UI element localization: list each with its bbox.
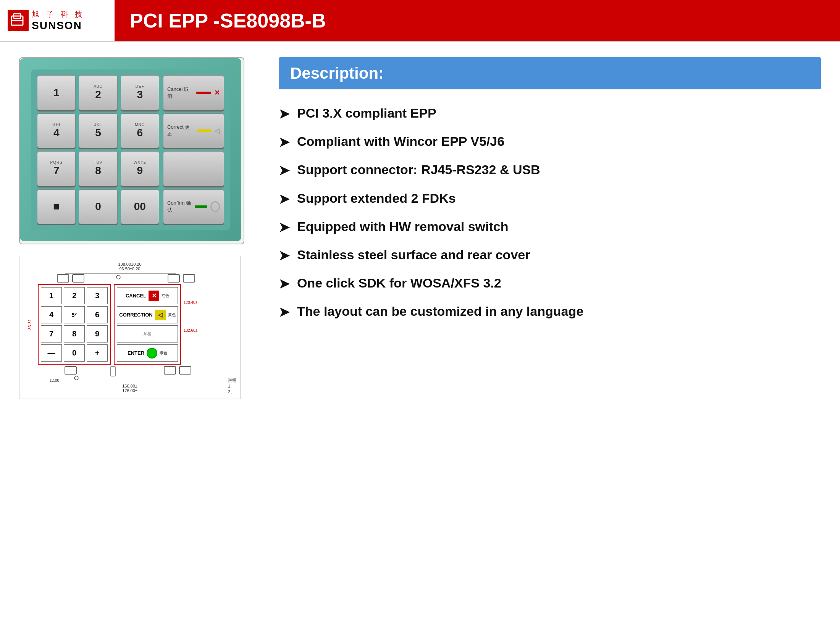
svg-point-13 [74,376,78,380]
td-key-9: 9 [87,325,108,342]
confirm-bar [195,205,208,208]
correct-arrow-icon: ◁ [215,126,220,135]
key-00[interactable]: 00 [121,189,159,225]
features-list: ➤ PCI 3.X compliant EPP ➤ Compliant with… [279,105,821,321]
feature-text-6: Stainless steel surface and rear cover [297,246,530,263]
td-key-plus: + [87,344,108,362]
feature-text-7: One click SDK for WOSA/XFS 3.2 [297,275,501,291]
feature-text-2: Compliant with Wincor EPP V5/J6 [297,133,504,150]
td-key-6: 6 [87,306,108,323]
td-enter-circle-icon [147,348,157,359]
correct-bar [197,129,212,132]
confirm-key[interactable]: Confirm 确认 [163,189,224,225]
page-header: 旭 子 科 技 SUNSON PCI EPP -SE8098B-B [0,0,840,42]
feature-text-5: Equipped with HW removal switch [297,218,509,235]
td-cancel-cell: CANCEL ✕ 红色 [117,287,178,304]
td-key-1: 1 [41,287,62,304]
feature-arrow-2: ➤ [279,134,289,150]
right-column: Description: ➤ PCI 3.X compliant EPP ➤ C… [256,57,821,615]
svg-rect-5 [168,275,179,282]
svg-rect-9 [65,367,76,374]
product-photo: 1 ABC 2 DEF 3 GHI 4 [19,57,244,244]
svg-rect-6 [183,275,195,282]
feature-item-1: ➤ PCI 3.X compliant EPP [279,105,821,122]
feature-arrow-8: ➤ [279,304,289,320]
left-dim: 83.31 [25,284,35,365]
logo-son: SON [57,19,82,31]
logo-area: 旭 子 科 技 SUNSON [0,5,115,36]
right-dim-1: 120.40± [184,300,197,305]
td-key-3: 3 [87,287,108,304]
correct-key[interactable]: Correct 更正 ◁ [163,113,224,149]
notes-area: 说明 1、 2、 [228,378,236,395]
td-key-dash: — [41,344,62,362]
dim-top-1: 138.00±0.20 96.50±0.20 [25,262,234,271]
logo-chinese: 旭 子 科 技 [32,9,85,19]
feature-arrow-7: ➤ [279,275,289,292]
key-5[interactable]: JKL 5 [79,113,117,149]
td-correct-arrow-icon: ◁ [155,310,166,320]
key-dot[interactable]: ■ [37,189,76,225]
td-enter-cell: ENTER 绿色 [117,344,178,362]
keypad-numeric-section: 1 ABC 2 DEF 3 GHI 4 [37,75,159,224]
right-dim-2: 132.60± [184,328,197,333]
feature-item-4: ➤ Support extended 2 FDKs [279,190,821,207]
logo-text: 旭 子 科 技 SUNSON [32,9,85,32]
drawing-body: 83.31 1 2 3 4 5° 6 7 8 9 — 0 [25,284,234,365]
key-9[interactable]: WXYZ 9 [121,151,159,186]
feature-text-3: Support connector: RJ45-RS232 & USB [297,161,540,178]
tech-drawing: 138.00±0.20 96.50±0.20 [19,256,241,399]
page-title: PCI EPP -SE8098B-B [130,9,326,32]
key-7[interactable]: PQRS 7 [37,151,76,186]
feature-item-7: ➤ One click SDK for WOSA/XFS 3.2 [279,275,821,292]
feature-arrow-4: ➤ [279,191,289,207]
confirm-circle-icon [210,201,220,212]
feature-arrow-5: ➤ [279,219,289,236]
feature-text-4: Support extended 2 FDKs [297,190,456,207]
logo-sun: SUN [32,19,57,31]
svg-rect-12 [179,367,191,374]
mounting-tabs-bottom: 12.00 [25,365,234,384]
feature-text-8: The layout can be customized in any lang… [297,303,583,320]
logo-box: 旭 子 科 技 SUNSON [8,9,85,32]
cancel-bar [196,92,211,94]
key-8[interactable]: TUV 8 [79,151,117,186]
title-area: PCI EPP -SE8098B-B [115,0,840,41]
td-key-8: 8 [64,325,85,342]
empty-key [163,151,224,186]
svg-point-8 [116,275,120,279]
key-2[interactable]: ABC 2 [79,75,117,110]
td-key-5: 5° [64,306,85,323]
key-0[interactable]: 0 [79,189,117,225]
td-cancel-x-icon: ✕ [149,291,159,301]
td-correction-cell: CORRECTION ◁ 黄色 [117,306,178,323]
feature-item-6: ➤ Stainless steel surface and rear cover [279,246,821,264]
key-4[interactable]: GHI 4 [37,113,76,149]
key-6[interactable]: MNO 6 [121,113,159,149]
logo-icon [8,10,29,31]
func-grid-drawing: CANCEL ✕ 红色 CORRECTION ◁ 黄色 加框 [114,284,181,365]
td-key-2: 2 [64,287,85,304]
feature-item-8: ➤ The layout can be customized in any la… [279,303,821,320]
feature-arrow-1: ➤ [279,105,289,122]
feature-arrow-3: ➤ [279,162,289,179]
keypad-func-section: Cancel 取消 ✕ Correct 更正 ◁ Confirm 确认 [163,75,224,224]
svg-text:12.00: 12.00 [50,378,59,383]
description-header: Description: [279,57,821,89]
td-key-4: 4 [41,306,62,323]
svg-rect-3 [57,275,69,282]
svg-rect-10 [111,367,115,376]
keypad-photo-outer: 1 ABC 2 DEF 3 GHI 4 [20,58,241,241]
cancel-key[interactable]: Cancel 取消 ✕ [163,75,224,110]
bottom-dims: 160.00± 176.00± [25,384,234,393]
key-3[interactable]: DEF 3 [121,75,159,110]
key-1[interactable]: 1 [37,75,76,110]
svg-rect-4 [73,275,84,282]
td-key-0: 0 [64,344,85,362]
feature-arrow-6: ➤ [279,247,289,264]
feature-item-5: ➤ Equipped with HW removal switch [279,218,821,236]
mounting-tabs-top [25,273,234,284]
numeric-grid-drawing: 1 2 3 4 5° 6 7 8 9 — 0 + [38,284,111,365]
cancel-x-icon: ✕ [214,89,220,97]
keypad-photo-inner: 1 ABC 2 DEF 3 GHI 4 [31,69,230,230]
